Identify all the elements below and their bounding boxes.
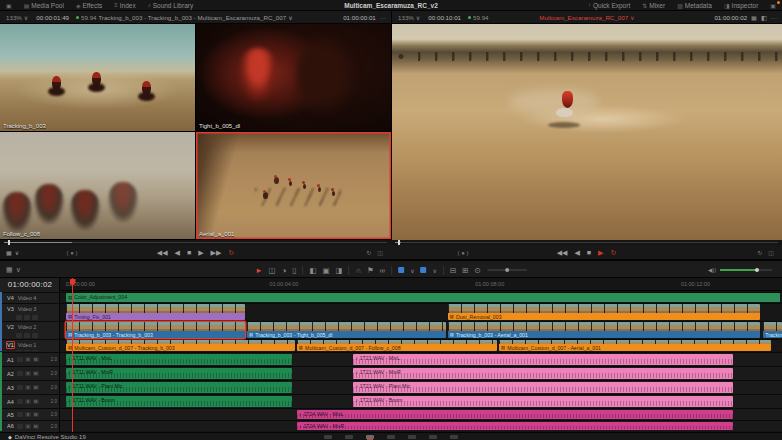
marker-color-swatch[interactable] <box>398 267 404 273</box>
play-button[interactable]: ▶ <box>198 249 203 257</box>
zoom-fit-button[interactable]: ⊟ <box>450 266 456 275</box>
solo-button[interactable]: S <box>25 399 31 404</box>
playhead[interactable] <box>72 278 73 432</box>
chevron-down-icon[interactable]: ∨ <box>16 266 21 274</box>
angle-tight[interactable]: Tight_b_005_dl <box>196 24 391 131</box>
zoom-custom-button[interactable]: ⊙ <box>475 266 481 275</box>
mixer-button[interactable]: ⇅Mixer <box>636 2 671 9</box>
track-header-a5[interactable]: A5 S M 2.0 <box>0 408 60 420</box>
track-header-a3[interactable]: A3 S M 2.0 <box>0 380 60 394</box>
lock-icon[interactable] <box>16 333 22 338</box>
next-clip-button[interactable]: ▶▶ <box>211 249 222 257</box>
flag-color-swatch[interactable] <box>421 267 427 273</box>
trim-edit-tool[interactable]: ◫ <box>269 266 276 275</box>
solo-button[interactable]: S <box>25 412 31 417</box>
track-header-v1[interactable]: V1Video 1 <box>0 339 60 351</box>
speaker-icon[interactable]: ◀)) <box>708 267 716 273</box>
audio-clip[interactable]: ♪1T11.WAV - Plant Mic <box>66 382 292 393</box>
replace-clip-button[interactable]: ◨ <box>336 266 343 275</box>
index-button[interactable]: ≡Index <box>108 0 141 10</box>
loop-range-icon[interactable]: ↻ <box>757 249 762 256</box>
lock-icon[interactable] <box>17 357 23 362</box>
mute-button[interactable]: M <box>33 412 39 417</box>
options-ellipsis-icon[interactable]: ··· <box>380 14 386 21</box>
audio-clip[interactable]: ♪1T21.WAV - MixL <box>353 354 733 365</box>
timeline-clip[interactable]: ▦Tracking_b_003 - Tight_b_005_dl <box>247 322 446 338</box>
mute-button[interactable]: M <box>33 385 39 390</box>
timeline-title[interactable]: Multicam_Escaramuza_RC_007∨ <box>539 14 634 21</box>
mute-button[interactable]: M <box>33 399 39 404</box>
media-pool-button[interactable]: ▤Media Pool <box>18 0 70 10</box>
quick-export-button[interactable]: ↑Quick Export <box>582 2 636 9</box>
track-header-v3[interactable]: V3Video 3 <box>0 303 60 320</box>
track-header-a2[interactable]: A2 S M 2.0 <box>0 366 60 380</box>
step-back-button[interactable]: ◀ <box>574 249 579 257</box>
flag-button[interactable]: ⚑ <box>367 266 374 275</box>
audio-clip[interactable]: ♪1T11.WAV - MixL <box>66 354 292 365</box>
overwrite-clip-button[interactable]: ▣ <box>322 266 329 275</box>
dynamic-trim-tool[interactable]: ◑ <box>282 266 287 275</box>
timeline-view-options-icon[interactable]: ▦ <box>6 266 13 274</box>
track-header-a4[interactable]: A4 S M 2.0 <box>0 394 60 408</box>
media-page-icon[interactable] <box>324 435 332 439</box>
audio-clip[interactable]: ♪1T21.WAV - Plant Mic <box>353 382 733 393</box>
angle-tracking[interactable]: Tracking_b_003 <box>0 24 195 131</box>
volume-slider[interactable] <box>720 269 772 271</box>
prev-clip-button[interactable]: ◀◀ <box>557 249 568 257</box>
match-frame-icon[interactable]: ◫ <box>377 249 383 256</box>
auto-select-icon[interactable] <box>24 333 30 338</box>
lock-icon[interactable] <box>16 315 22 320</box>
enable-track-icon[interactable] <box>32 333 38 338</box>
timeline-clip-selected[interactable]: ▦Tracking_b_003 - Tracking_b_003 <box>66 322 245 338</box>
prev-clip-button[interactable]: ◀◀ <box>157 249 168 257</box>
track-header-a6[interactable]: A6 S M 2.0 <box>0 420 60 431</box>
razor-tool[interactable]: ▯ <box>292 266 296 275</box>
source-clip-title[interactable]: Tracking_b_003 - Tracking_b_003 - Multic… <box>98 14 292 21</box>
jog-control[interactable]: ( ● ) <box>457 245 468 260</box>
lock-icon[interactable] <box>17 385 23 390</box>
lock-icon[interactable] <box>16 350 22 351</box>
selection-tool[interactable]: ► <box>255 266 262 275</box>
solo-button[interactable]: S <box>25 357 31 362</box>
inspector-button[interactable]: ◨Inspector <box>718 2 764 9</box>
enable-track-icon[interactable] <box>32 315 38 320</box>
chevron-down-icon[interactable]: ∨ <box>15 249 19 256</box>
stop-button[interactable]: ■ <box>587 249 591 256</box>
auto-select-icon[interactable] <box>24 350 30 351</box>
solo-button[interactable]: S <box>25 424 31 429</box>
audio-clip[interactable]: ♪1T21.WAV - Boom <box>353 396 733 407</box>
insert-clip-button[interactable]: ◧ <box>309 266 316 275</box>
play-button[interactable]: ▶ <box>598 249 603 257</box>
lock-icon[interactable] <box>17 424 23 429</box>
angle-follow[interactable]: Follow_c_008 <box>0 132 195 239</box>
cut-page-icon[interactable] <box>345 435 353 439</box>
lock-icon[interactable] <box>17 412 23 417</box>
timeline-clip[interactable]: ▦Color_Adjustment_004 <box>66 293 780 302</box>
timeline-ruler[interactable]: 01:00:00:00 01:00:04:00 01:00:08:00 01:0… <box>60 278 782 291</box>
zoom-full-button[interactable]: ⊞ <box>462 266 468 275</box>
audio-clip[interactable]: ♪1T24.WAV - MixL <box>297 410 733 419</box>
viewer-grid-icon[interactable]: ▦ <box>751 14 757 21</box>
timeline-clip[interactable]: ▦Multicam_Custom_d_007 - Tracking_b_003 <box>66 340 295 351</box>
multicam-grid-icon[interactable]: ▦ <box>6 249 12 256</box>
mute-button[interactable]: M <box>33 371 39 376</box>
edit-page-icon[interactable] <box>366 435 374 439</box>
link-toggle[interactable]: ∞ <box>380 266 385 275</box>
fusion-page-icon[interactable] <box>387 435 395 439</box>
solo-button[interactable]: S <box>25 385 31 390</box>
workspace-icon[interactable]: ▣ <box>0 0 18 10</box>
timeline-viewer-image[interactable] <box>391 24 782 240</box>
timeline-clip[interactable]: ▦Timing_Fix_001 <box>66 304 245 320</box>
chevron-down-icon[interactable]: ∨ <box>410 267 414 274</box>
effects-button[interactable]: ◈Effects <box>70 0 108 10</box>
loop-button[interactable]: ↻ <box>610 249 616 257</box>
source-zoom-select[interactable]: 133%∨ <box>6 14 28 21</box>
timeline-clip[interactable]: Tracking_b_003 - Follow_c_008 <box>763 322 782 338</box>
audio-clip[interactable]: ♪1T21.WAV - MixR <box>353 368 733 379</box>
deliver-page-icon[interactable] <box>450 435 458 439</box>
timeline-clip[interactable]: ▦Dust_Removal_003 <box>448 304 760 320</box>
viewer-save-icon[interactable]: ◧ <box>761 14 767 21</box>
metadata-button[interactable]: ▥Metadata <box>671 2 718 9</box>
lock-icon[interactable] <box>17 399 23 404</box>
angle-aerial-active[interactable]: Aerial_a_001 <box>196 132 391 239</box>
